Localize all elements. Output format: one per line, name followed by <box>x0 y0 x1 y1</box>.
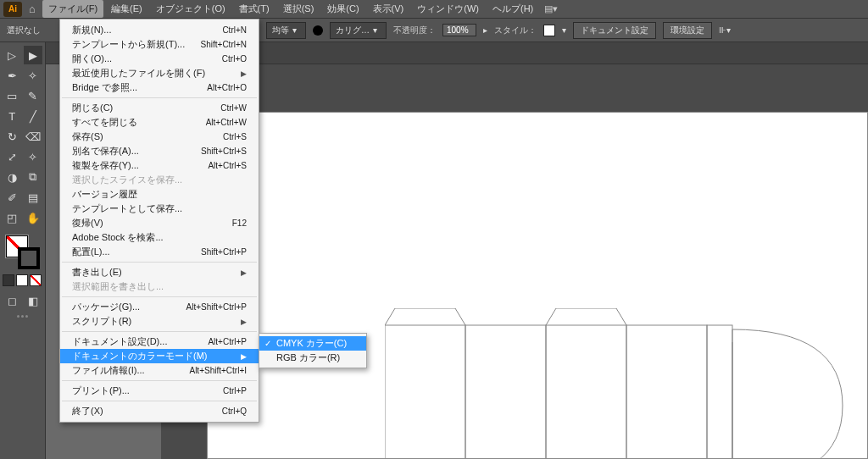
opacity-arrow-icon[interactable]: ▸ <box>483 25 487 35</box>
fill-stroke-swatch[interactable] <box>3 232 42 271</box>
menu-separator <box>62 331 257 332</box>
file-menu-item[interactable]: 配置(L)...Shift+Ctrl+P <box>60 245 259 259</box>
eraser-tool[interactable]: ⌫ <box>24 127 43 146</box>
menu-separator <box>62 97 257 98</box>
preferences-button[interactable]: 環境設定 <box>663 22 712 39</box>
curvature-tool[interactable]: ✧ <box>24 66 43 85</box>
opacity-label: 不透明度： <box>393 25 436 36</box>
menu-window[interactable]: ウィンドウ(W) <box>411 0 485 18</box>
file-menu-item[interactable]: テンプレートから新規(T)...Shift+Ctrl+N <box>60 37 259 52</box>
menu-effect[interactable]: 効果(C) <box>321 0 364 18</box>
home-icon[interactable]: ⌂ <box>24 3 41 15</box>
menu-help[interactable]: ヘルプ(H) <box>487 0 539 18</box>
file-menu-item[interactable]: スクリプト(R)▶ <box>60 314 259 329</box>
file-menu-item[interactable]: 複製を保存(Y)...Alt+Ctrl+S <box>60 158 259 173</box>
edit-toolbar-icon[interactable] <box>3 315 42 318</box>
stroke-align-dd[interactable]: 均等 ▾ <box>266 22 306 39</box>
file-menu-item[interactable]: 書き出し(E)▶ <box>60 265 259 279</box>
draw-behind-icon[interactable]: ◧ <box>24 291 43 310</box>
svg-rect-0 <box>385 325 465 459</box>
menu-view[interactable]: 表示(V) <box>367 0 410 18</box>
file-menu-item[interactable]: 新規(N)...Ctrl+N <box>60 23 259 37</box>
svg-rect-4 <box>707 325 732 459</box>
svg-rect-3 <box>626 325 707 459</box>
file-menu-item[interactable]: すべてを閉じるAlt+Ctrl+W <box>60 115 259 130</box>
width-tool[interactable]: ✧ <box>24 147 43 166</box>
none-mini[interactable] <box>30 274 42 286</box>
svg-rect-2 <box>546 325 626 459</box>
file-menu-item[interactable]: 開く(O)...Ctrl+O <box>60 52 259 66</box>
menubar: Ai ⌂ ファイル(F) 編集(E) オブジェクト(O) 書式(T) 選択(S)… <box>0 0 868 19</box>
file-menu-item[interactable]: 別名で保存(A)...Shift+Ctrl+S <box>60 144 259 158</box>
file-menu-item: 選択範囲を書き出し... <box>60 279 259 294</box>
scale-tool[interactable]: ⤢ <box>3 147 22 166</box>
graphic-style-swatch[interactable] <box>543 25 555 36</box>
menu-separator <box>62 401 257 401</box>
brush-dot-icon <box>313 25 323 36</box>
menu-separator <box>62 380 257 381</box>
align-icon[interactable]: ⊪▾ <box>719 25 731 35</box>
color-mini[interactable] <box>3 274 14 286</box>
file-menu-item: 選択したスライスを保存... <box>60 173 259 187</box>
menu-select[interactable]: 選択(S) <box>277 0 320 18</box>
menu-separator <box>62 262 257 263</box>
file-menu-dropdown: 新規(N)...Ctrl+Nテンプレートから新規(T)...Shift+Ctrl… <box>59 19 259 423</box>
file-menu-item[interactable]: 終了(X)Ctrl+Q <box>60 404 259 418</box>
pen-tool[interactable]: ✒ <box>3 66 22 85</box>
gradient-tool[interactable]: ▤ <box>24 188 43 207</box>
file-menu-item[interactable]: ドキュメントのカラーモード(M)▶ <box>60 349 259 363</box>
menu-object[interactable]: オブジェクト(O) <box>150 0 231 18</box>
menu-file[interactable]: ファイル(F) <box>42 0 103 18</box>
color-mode-item[interactable]: ✓CMYK カラー(C) <box>259 336 366 351</box>
gradient-mini[interactable] <box>16 274 28 286</box>
selection-status: 選択なし <box>7 25 41 36</box>
file-menu-item[interactable]: 閉じる(C)Ctrl+W <box>60 101 259 115</box>
svg-rect-1 <box>465 325 546 459</box>
toolbox: ▷ ▶ ✒ ✧ ▭ ✎ T ╱ ↻ ⌫ ⤢ ✧ ◑ ⧉ ✐ ▤ ◰ ✋ ◻ ◧ <box>0 42 46 459</box>
opacity-field[interactable]: 100% <box>442 24 476 36</box>
direct-selection-tool[interactable]: ▶ <box>24 46 43 64</box>
file-menu-item[interactable]: Bridge で参照...Alt+Ctrl+O <box>60 80 259 95</box>
app-badge: Ai <box>3 2 22 17</box>
color-mode-row[interactable] <box>3 274 42 286</box>
paintbrush-tool[interactable]: ✎ <box>24 86 43 105</box>
file-menu-item[interactable]: プリント(P)...Ctrl+P <box>60 384 259 398</box>
file-menu-item[interactable]: Adobe Stock を検索... <box>60 230 259 245</box>
color-mode-item[interactable]: RGB カラー(R) <box>259 351 366 365</box>
rectangle-tool[interactable]: ▭ <box>3 86 22 105</box>
artwork-dieline <box>385 308 860 459</box>
brush-def-dd[interactable]: カリグ… ▾ <box>330 22 387 39</box>
type-tool[interactable]: T <box>3 107 22 125</box>
workspace-switcher-icon[interactable]: ▤▾ <box>544 3 558 14</box>
draw-normal-icon[interactable]: ◻ <box>3 291 22 310</box>
line-tool[interactable]: ╱ <box>24 107 43 125</box>
file-menu-item[interactable]: ドキュメント設定(D)...Alt+Ctrl+P <box>60 335 259 349</box>
document-setup-button[interactable]: ドキュメント設定 <box>573 22 656 39</box>
file-menu-item[interactable]: ファイル情報(I)...Alt+Shift+Ctrl+I <box>60 363 259 378</box>
artboard-tool[interactable]: ◰ <box>3 208 22 227</box>
file-menu-item[interactable]: 保存(S)Ctrl+S <box>60 130 259 144</box>
file-menu-item[interactable]: 復帰(V)F12 <box>60 216 259 230</box>
menu-edit[interactable]: 編集(E) <box>105 0 148 18</box>
file-menu-item[interactable]: パッケージ(G)...Alt+Shift+Ctrl+P <box>60 300 259 314</box>
shape-builder-tool[interactable]: ◑ <box>3 168 22 186</box>
selection-tool[interactable]: ▷ <box>3 46 22 64</box>
file-menu-item[interactable]: テンプレートとして保存... <box>60 202 259 216</box>
file-menu-item[interactable]: バージョン履歴 <box>60 187 259 202</box>
menu-type[interactable]: 書式(T) <box>233 0 275 18</box>
hand-tool[interactable]: ✋ <box>24 208 43 227</box>
style-arrow-icon[interactable]: ▾ <box>562 25 566 35</box>
eyedropper-tool[interactable]: ✐ <box>3 188 22 207</box>
style-label: スタイル： <box>494 25 537 36</box>
file-menu-item[interactable]: 最近使用したファイルを開く(F)▶ <box>60 66 259 80</box>
rotate-tool[interactable]: ↻ <box>3 127 22 146</box>
menu-separator <box>62 296 257 297</box>
free-transform-tool[interactable]: ⧉ <box>24 168 43 186</box>
color-mode-submenu: ✓CMYK カラー(C)RGB カラー(R) <box>259 333 367 368</box>
